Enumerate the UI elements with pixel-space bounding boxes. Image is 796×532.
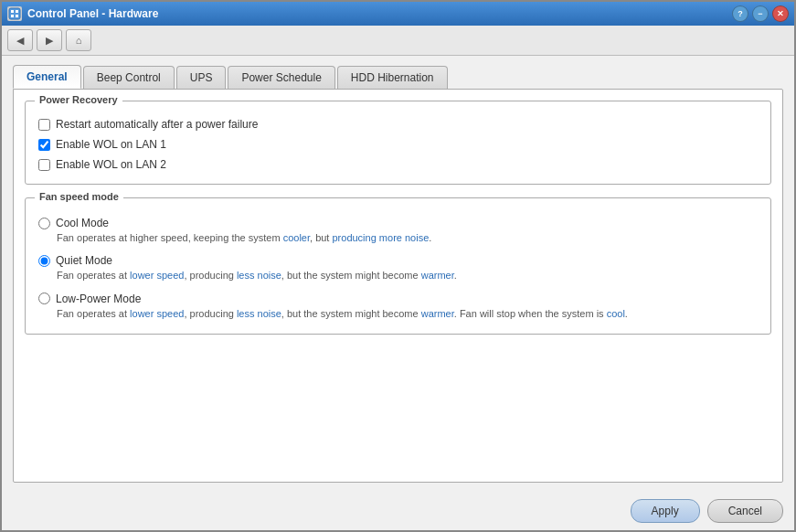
svg-rect-3 <box>11 15 14 17</box>
tab-hdd-hibernation[interactable]: HDD Hibernation <box>337 66 448 89</box>
wol-lan2-checkbox[interactable] <box>38 159 50 171</box>
window-title: Control Panel - Hardware <box>27 7 158 20</box>
fan-mode-lowpower: Low-Power Mode Fan operates at lower spe… <box>38 293 758 321</box>
tab-bar: General Beep Control UPS Power Schedule … <box>13 65 783 89</box>
quiet-mode-desc: Fan operates at lower speed, producing l… <box>57 269 758 282</box>
cancel-button[interactable]: Cancel <box>707 499 783 523</box>
svg-rect-2 <box>16 10 18 13</box>
cool-mode-radio[interactable] <box>38 218 50 229</box>
forward-button[interactable]: ▶ <box>37 29 62 51</box>
title-bar: Control Panel - Hardware ? − ✕ <box>2 2 794 26</box>
quiet-mode-radio[interactable] <box>38 255 50 267</box>
auto-restart-checkbox[interactable] <box>38 119 50 131</box>
title-bar-left: Control Panel - Hardware <box>7 6 158 21</box>
fan-speed-title: Fan speed mode <box>35 191 123 202</box>
power-recovery-title: Power Recovery <box>35 94 122 105</box>
svg-rect-0 <box>9 8 20 19</box>
power-recovery-section: Power Recovery Restart automatically aft… <box>25 101 771 185</box>
window-icon <box>7 6 22 21</box>
checkbox-wol-lan1: Enable WOL on LAN 1 <box>38 138 758 151</box>
checkbox-wol-lan2: Enable WOL on LAN 2 <box>38 158 758 171</box>
svg-rect-4 <box>16 15 18 17</box>
main-window: Control Panel - Hardware ? − ✕ ◀ ▶ ⌂ Gen… <box>0 0 796 532</box>
title-bar-controls: ? − ✕ <box>732 5 789 22</box>
cool-mode-label: Cool Mode <box>56 217 109 229</box>
close-button[interactable]: ✕ <box>772 5 789 22</box>
footer: Apply Cancel <box>2 492 794 530</box>
content-area: General Beep Control UPS Power Schedule … <box>2 56 794 492</box>
lowpower-mode-radio[interactable] <box>38 293 50 304</box>
svg-rect-1 <box>11 10 14 13</box>
tab-general[interactable]: General <box>13 65 81 89</box>
tab-power-schedule[interactable]: Power Schedule <box>228 66 334 89</box>
help-button[interactable]: ? <box>732 5 748 22</box>
checkbox-auto-restart: Restart automatically after a power fail… <box>38 118 758 131</box>
fan-mode-quiet: Quiet Mode Fan operates at lower speed, … <box>38 254 758 282</box>
lowpower-mode-desc: Fan operates at lower speed, producing l… <box>57 307 758 321</box>
home-button[interactable]: ⌂ <box>66 29 91 51</box>
wol-lan1-checkbox[interactable] <box>38 139 50 151</box>
fan-speed-radio-group: Cool Mode Fan operates at higher speed, … <box>38 217 758 321</box>
lowpower-mode-label: Low-Power Mode <box>56 293 141 305</box>
tab-ups[interactable]: UPS <box>176 66 227 89</box>
toolbar: ◀ ▶ ⌂ <box>2 26 794 56</box>
auto-restart-label: Restart automatically after a power fail… <box>56 118 258 131</box>
wol-lan1-label: Enable WOL on LAN 1 <box>56 138 166 151</box>
quiet-mode-label: Quiet Mode <box>56 254 112 267</box>
tab-content-general: Power Recovery Restart automatically aft… <box>13 89 783 483</box>
fan-speed-section: Fan speed mode Cool Mode Fan operates at… <box>25 197 771 335</box>
apply-button[interactable]: Apply <box>631 499 700 523</box>
minimize-button[interactable]: − <box>752 5 769 22</box>
cool-mode-desc: Fan operates at higher speed, keeping th… <box>57 231 758 245</box>
wol-lan2-label: Enable WOL on LAN 2 <box>56 158 166 171</box>
tab-beep-control[interactable]: Beep Control <box>83 66 175 89</box>
fan-mode-cool: Cool Mode Fan operates at higher speed, … <box>38 217 758 245</box>
back-button[interactable]: ◀ <box>7 29 33 51</box>
